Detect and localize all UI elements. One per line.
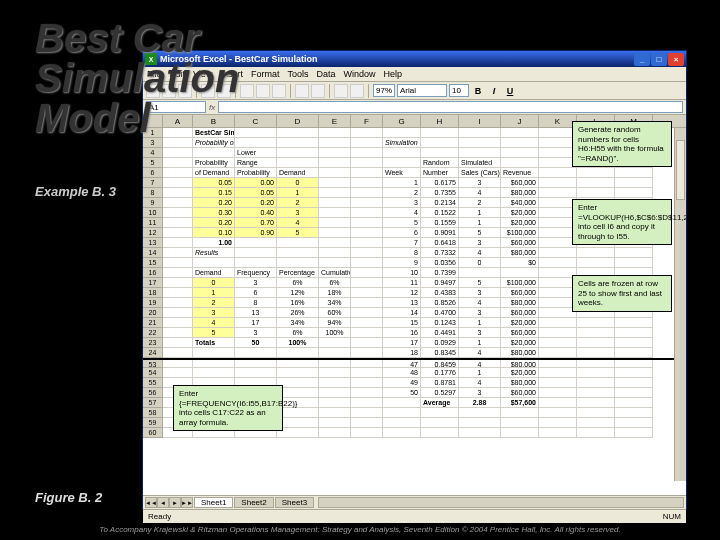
cell-A16[interactable] xyxy=(163,268,193,278)
cell-F13[interactable] xyxy=(351,238,383,248)
cell-J57[interactable]: $57,600 xyxy=(501,398,539,408)
cell-J18[interactable]: $60,000 xyxy=(501,288,539,298)
row-header[interactable]: 14 xyxy=(143,248,163,258)
cell-H10[interactable]: 0.1522 xyxy=(421,208,459,218)
cell-B54[interactable] xyxy=(193,368,235,378)
cell-I4[interactable] xyxy=(459,148,501,158)
cell-H3[interactable] xyxy=(421,138,459,148)
cell-H58[interactable] xyxy=(421,408,459,418)
cell-B12[interactable]: 0.10 xyxy=(193,228,235,238)
cell-E8[interactable] xyxy=(319,188,351,198)
cell-F60[interactable] xyxy=(351,428,383,438)
cell-I16[interactable] xyxy=(459,268,501,278)
cell-D16[interactable]: Percentage xyxy=(277,268,319,278)
cell-L60[interactable] xyxy=(577,428,615,438)
cell-J58[interactable] xyxy=(501,408,539,418)
col-header-E[interactable]: E xyxy=(319,115,351,127)
cell-G5[interactable] xyxy=(383,158,421,168)
spreadsheet-grid[interactable]: ABCDEFGHIJKLM 1BestCar Simulation3Probab… xyxy=(143,115,686,495)
cell-C20[interactable]: 13 xyxy=(235,308,277,318)
cell-M15[interactable] xyxy=(615,258,653,268)
cell-D58[interactable] xyxy=(277,408,319,418)
cell-G54[interactable]: 48 xyxy=(383,368,421,378)
col-header-J[interactable]: J xyxy=(501,115,539,127)
cell-D12[interactable]: 5 xyxy=(277,228,319,238)
sheet-tab[interactable]: Sheet3 xyxy=(275,497,314,508)
cell-I22[interactable]: 3 xyxy=(459,328,501,338)
cell-J24[interactable]: $80,000 xyxy=(501,348,539,358)
cell-F53[interactable] xyxy=(351,360,383,368)
cell-I3[interactable] xyxy=(459,138,501,148)
cell-C19[interactable]: 8 xyxy=(235,298,277,308)
cell-I53[interactable]: 4 xyxy=(459,360,501,368)
row-header[interactable]: 4 xyxy=(143,148,163,158)
cell-B16[interactable]: Demand xyxy=(193,268,235,278)
cell-A20[interactable] xyxy=(163,308,193,318)
cell-L56[interactable] xyxy=(577,388,615,398)
cell-B24[interactable] xyxy=(193,348,235,358)
col-header-H[interactable]: H xyxy=(421,115,459,127)
cell-D4[interactable] xyxy=(277,148,319,158)
cell-J5[interactable] xyxy=(501,158,539,168)
row-header[interactable]: 56 xyxy=(143,388,163,398)
cell-C7[interactable]: 0.00 xyxy=(235,178,277,188)
cell-C1[interactable] xyxy=(235,128,277,138)
row-header[interactable]: 21 xyxy=(143,318,163,328)
tab-nav-button[interactable]: ◄ xyxy=(157,497,169,508)
cell-F16[interactable] xyxy=(351,268,383,278)
cell-J59[interactable] xyxy=(501,418,539,428)
cell-C3[interactable] xyxy=(235,138,277,148)
cell-L58[interactable] xyxy=(577,408,615,418)
cell-F11[interactable] xyxy=(351,218,383,228)
cell-H22[interactable]: 0.4491 xyxy=(421,328,459,338)
cell-E1[interactable] xyxy=(319,128,351,138)
cell-A24[interactable] xyxy=(163,348,193,358)
cell-H14[interactable]: 0.7332 xyxy=(421,248,459,258)
cell-K24[interactable] xyxy=(539,348,577,358)
cell-F59[interactable] xyxy=(351,418,383,428)
cell-J17[interactable]: $100,000 xyxy=(501,278,539,288)
cell-J20[interactable]: $60,000 xyxy=(501,308,539,318)
cell-D5[interactable] xyxy=(277,158,319,168)
cell-H7[interactable]: 0.6175 xyxy=(421,178,459,188)
cut-icon[interactable] xyxy=(240,84,254,98)
cell-E20[interactable]: 60% xyxy=(319,308,351,318)
row-header[interactable]: 11 xyxy=(143,218,163,228)
cell-B11[interactable]: 0.20 xyxy=(193,218,235,228)
cell-C54[interactable] xyxy=(235,368,277,378)
cell-J16[interactable] xyxy=(501,268,539,278)
cell-D54[interactable] xyxy=(277,368,319,378)
cell-I20[interactable]: 3 xyxy=(459,308,501,318)
cell-H8[interactable]: 0.7355 xyxy=(421,188,459,198)
cell-A14[interactable] xyxy=(163,248,193,258)
cell-I10[interactable]: 1 xyxy=(459,208,501,218)
cell-F18[interactable] xyxy=(351,288,383,298)
cell-B8[interactable]: 0.15 xyxy=(193,188,235,198)
cell-A23[interactable] xyxy=(163,338,193,348)
bold-button[interactable]: B xyxy=(471,84,485,98)
cell-H16[interactable]: 0.7399 xyxy=(421,268,459,278)
row-header[interactable]: 10 xyxy=(143,208,163,218)
cell-E14[interactable] xyxy=(319,248,351,258)
cell-C24[interactable] xyxy=(235,348,277,358)
cell-M53[interactable] xyxy=(615,360,653,368)
cell-K55[interactable] xyxy=(539,378,577,388)
cell-F15[interactable] xyxy=(351,258,383,268)
cell-L53[interactable] xyxy=(577,360,615,368)
cell-M22[interactable] xyxy=(615,328,653,338)
cell-E57[interactable] xyxy=(319,398,351,408)
cell-G15[interactable]: 9 xyxy=(383,258,421,268)
cell-I54[interactable]: 1 xyxy=(459,368,501,378)
cell-K21[interactable] xyxy=(539,318,577,328)
minimize-button[interactable]: _ xyxy=(634,53,650,66)
cell-E55[interactable] xyxy=(319,378,351,388)
cell-D6[interactable]: Demand xyxy=(277,168,319,178)
italic-button[interactable]: I xyxy=(487,84,501,98)
cell-M55[interactable] xyxy=(615,378,653,388)
cell-G56[interactable]: 50 xyxy=(383,388,421,398)
row-header[interactable]: 17 xyxy=(143,278,163,288)
maximize-button[interactable]: □ xyxy=(651,53,667,66)
cell-H56[interactable]: 0.5297 xyxy=(421,388,459,398)
cell-C16[interactable]: Frequency xyxy=(235,268,277,278)
cell-E7[interactable] xyxy=(319,178,351,188)
